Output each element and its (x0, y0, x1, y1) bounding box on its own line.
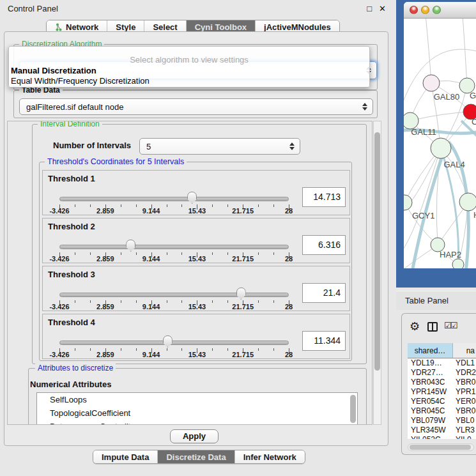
slider-tick (75, 348, 75, 351)
table-row[interactable]: YLR345WYLR3 (408, 426, 476, 435)
tick-label: -3.426 (49, 255, 69, 263)
threshold-panel-2: Threshold 2-3.4262.8599.14415.4321.71528… (42, 218, 350, 263)
slider-thumb[interactable] (187, 192, 197, 204)
slider-tick (136, 252, 137, 255)
node-label: C (472, 117, 476, 127)
bottom-tab-impute-data[interactable]: Impute Data (93, 450, 157, 463)
slider-tick (181, 348, 182, 351)
column-header-shared-name[interactable]: shared… (408, 343, 453, 358)
network-node-gal80[interactable] (423, 75, 440, 91)
slider-thumb[interactable] (236, 288, 246, 300)
table-row[interactable]: YER054CYER0 (408, 397, 476, 406)
threshold-value-field[interactable]: 14.713 (302, 187, 346, 207)
cell-name: YDL1 (453, 358, 476, 368)
slider-tick (258, 252, 259, 255)
tab-label: Select (153, 22, 177, 32)
popup-placeholder-item[interactable]: Select algorithm to view settings (9, 55, 369, 66)
attributes-group-label: Attributes to discretize (35, 364, 116, 372)
bottom-tab-discretize-data[interactable]: Discretize Data (157, 450, 234, 463)
numerical-attributes-list: SelfLoopsTopologicalCoefficientBetweenne… (36, 392, 358, 425)
node-label: GAL80 (434, 92, 459, 102)
slider-thumb[interactable] (126, 240, 135, 252)
tick-label: -3.426 (49, 351, 69, 358)
threshold-value-field[interactable]: 11.344 (302, 331, 346, 351)
table-data-value: galFiltered.sif default node (26, 102, 123, 112)
close-window-icon[interactable]: ✕ (379, 4, 386, 13)
float-window-icon[interactable]: □ (367, 4, 372, 13)
table-data-combo[interactable]: galFiltered.sif default node (19, 98, 373, 115)
cell-name: YDR2 (453, 368, 476, 378)
mac-close-icon[interactable] (410, 6, 418, 14)
tab-label: jActiveMNodules (264, 22, 331, 32)
columns-icon[interactable] (427, 322, 438, 332)
slider-tick (90, 252, 91, 255)
combo-spinner-icon (289, 142, 295, 150)
tick-label: 28 (285, 351, 293, 358)
scrollbar-thumb[interactable] (410, 445, 471, 450)
cell-shared-name: YPR145W (408, 387, 453, 397)
scrollbar-thumb[interactable] (374, 132, 380, 371)
slider-tick (136, 204, 137, 207)
popup-item-equal-width-frequency-discretization[interactable]: Equal Width/Frequency Discretization (9, 76, 369, 86)
table-row[interactable]: YBL079WYBL0 (408, 416, 476, 426)
threshold-title: Threshold 4 (48, 318, 95, 327)
slider-tick (181, 300, 182, 303)
list-scrollbar[interactable] (350, 395, 356, 423)
table-row[interactable]: YIL052CYIL0 (408, 435, 476, 439)
slider-track[interactable] (59, 245, 289, 249)
thresholds-group-label: Threshold's Coordinates for 5 Intervals (45, 157, 187, 166)
bottom-tab-infer-network[interactable]: Infer Network (234, 450, 305, 463)
cell-name: YBL0 (453, 416, 476, 426)
table-horizontal-scrollbar[interactable] (408, 443, 474, 451)
slider-tick (181, 204, 182, 207)
panel-title: Control Panel (8, 4, 58, 13)
apply-button[interactable]: Apply (170, 429, 219, 443)
threshold-value-field[interactable]: 6.316 (302, 235, 346, 255)
network-node[interactable] (452, 259, 464, 268)
list-item-topologicalcoefficient[interactable]: TopologicalCoefficient (37, 406, 357, 420)
slider-thumb[interactable] (163, 335, 173, 348)
slider-track[interactable] (59, 293, 289, 297)
tab-label: Cyni Toolbox (195, 22, 247, 32)
thresholds-group: Threshold's Coordinates for 5 Intervals … (39, 162, 352, 361)
table-row[interactable]: YDL19…YDL1 (408, 358, 476, 368)
network-window: GAL80GACGAL11GAL4GCY1HHAP2 (404, 2, 476, 268)
table-row[interactable]: YPR145WYPR1 (408, 387, 476, 397)
popup-item-manual-discretization[interactable]: Manual Discretization (9, 66, 369, 76)
checkbox-icons[interactable]: ☑☑ (444, 321, 456, 330)
table-row[interactable]: YBR045CYBR0 (408, 406, 476, 416)
node-label: GA (470, 91, 476, 100)
network-canvas[interactable]: GAL80GACGAL11GAL4GCY1HHAP2 (404, 19, 476, 268)
mac-minimize-icon[interactable] (421, 6, 429, 14)
list-item-betweennesscentrality[interactable]: BetweennessCentrality (37, 420, 357, 425)
cell-name: YBR0 (453, 406, 476, 416)
column-header-name[interactable]: na (453, 343, 476, 358)
table-row[interactable]: YDR27…YDR2 (408, 368, 476, 378)
network-node-h[interactable] (459, 193, 476, 211)
network-node-gal4[interactable] (431, 138, 451, 158)
slider-track[interactable] (59, 341, 289, 345)
tab-label: Style (116, 22, 135, 32)
number-of-intervals-combo[interactable]: 5 (139, 138, 300, 155)
cell-name: YLR3 (453, 426, 476, 435)
network-node-gcy1[interactable] (404, 195, 412, 210)
table-row[interactable]: YBR043CYBR0 (408, 378, 476, 387)
node-label: GAL4 (443, 160, 464, 169)
slider-track[interactable] (59, 197, 289, 201)
settings-vertical-scrollbar[interactable] (373, 121, 381, 425)
list-item-selfloops[interactable]: SelfLoops (37, 393, 357, 406)
cell-name: YIL0 (453, 435, 476, 439)
gear-icon[interactable]: ⚙ (410, 319, 420, 334)
threshold-value-field[interactable]: 21.4 (302, 283, 346, 303)
slider-tick (212, 300, 213, 303)
tick-label: 15.43 (188, 207, 206, 215)
cell-name: YPR1 (453, 387, 476, 397)
tick-label: 15.43 (188, 255, 206, 263)
bottom-tab-label: Discretize Data (166, 452, 226, 462)
threshold-title: Threshold 3 (48, 270, 95, 279)
tab-label: Network (66, 22, 98, 32)
control-panel-titlebar: Control Panel □ ✕ (0, 0, 396, 18)
mac-zoom-icon[interactable] (433, 6, 441, 14)
tick-label: 9.144 (142, 207, 160, 215)
network-window-titlebar (404, 2, 476, 19)
